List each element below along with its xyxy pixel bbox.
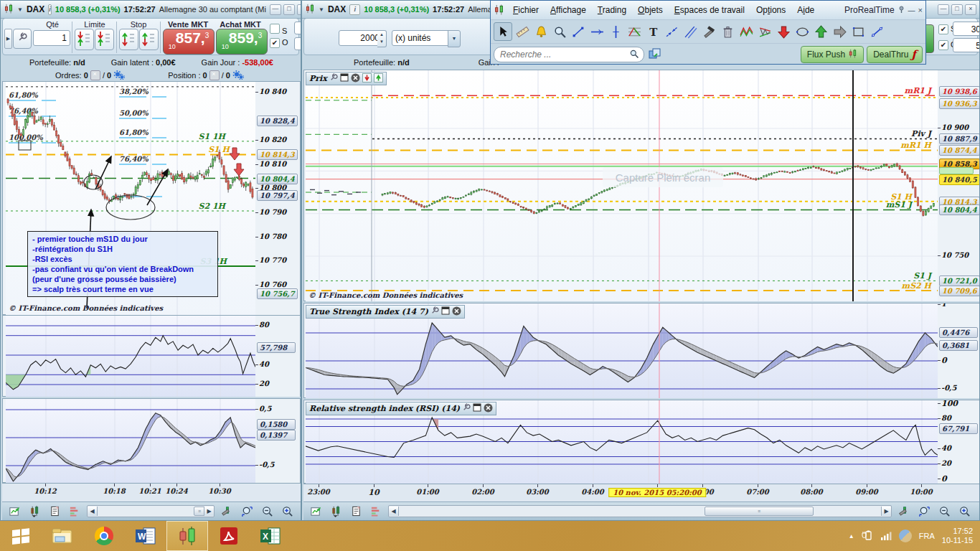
trend-line-icon[interactable] [868,23,885,40]
chart-export-icon[interactable] [6,504,22,519]
chart-settings-icon[interactable] [219,504,235,519]
window-icon[interactable] [441,306,450,317]
maximize-button[interactable]: □ [283,4,295,15]
scroll-thumb[interactable]: ≡ [705,507,814,516]
market-depth-icon[interactable] [368,504,384,519]
close-button[interactable]: × [965,4,976,15]
menu-item-espaces-de-travail[interactable]: Espaces de travail [669,3,750,17]
left-titlebar[interactable]: ▼ DAX i 10 858,3 (+0,31%) 17:52:27 Allem… [1,1,301,19]
arrow-up-green-icon[interactable] [812,23,829,40]
search-icon[interactable] [629,49,639,60]
minimize-button[interactable]: — [270,4,281,15]
ellipse-icon[interactable] [793,23,811,40]
prix-axis[interactable]: 10 90010 75010 938,610 936,310 887,910 8… [938,70,979,301]
onedrive-icon[interactable] [899,529,912,542]
wrench-icon[interactable] [462,403,471,414]
close-icon[interactable] [452,306,461,318]
horizontal-line-icon[interactable] [588,23,606,40]
dealthru-button[interactable]: DealThruƒ [867,46,923,63]
tsi-header[interactable]: True Strength Index (14 7) [306,305,465,319]
period-candle-icon[interactable] [328,504,344,519]
minimize-button[interactable]: — [938,4,949,15]
prix-header[interactable]: Prix [306,72,387,85]
horizontal-scrollbar[interactable]: ◀ ≡ ▶ [388,505,892,517]
power-icon[interactable] [862,530,873,542]
rsi-axis[interactable]: 100804020067,791 [938,400,979,484]
period-candle-icon[interactable] [27,504,42,519]
chevron-down-icon[interactable]: ▼ [319,6,324,13]
close-button[interactable]: × [918,6,923,14]
buy-arrow-icon[interactable] [374,73,383,85]
zoom-in-icon[interactable] [956,504,972,519]
alarm-bell-icon[interactable] [532,23,550,40]
tray-expand-icon[interactable]: ▲ [849,533,854,540]
rectangle-icon[interactable] [849,23,867,40]
menu-item-aide[interactable]: Aide [791,3,820,17]
search-input[interactable] [499,49,629,60]
taskbar-chrome-app[interactable] [83,521,125,551]
zoom-fit-icon[interactable] [239,504,255,519]
zoom-fit-icon[interactable] [916,504,932,519]
unit-select[interactable]: (x) unités [392,30,453,46]
left-rsi-axis[interactable]: 80402057,798 [255,316,300,397]
taskbar-acrobat-app[interactable] [208,521,250,551]
pin-icon[interactable] [897,6,905,15]
taskbar-prorealtime-app[interactable] [166,521,208,551]
scroll-left-icon[interactable]: ◀ [88,507,98,516]
o-value-field[interactable]: 5 [953,38,980,52]
taskbar-excel-app[interactable]: X [250,521,291,551]
arrow-right-gray-icon[interactable] [831,23,848,40]
network-signal-icon[interactable] [880,531,892,542]
maximize-button[interactable]: □ [951,4,963,15]
zoom-out-icon[interactable] [259,504,275,519]
s-value-field-cut[interactable] [294,22,301,34]
wrench-icon[interactable] [329,73,338,84]
language-indicator[interactable]: FRA [919,532,935,540]
rsi-header[interactable]: Relative strength index (RSI) (14) [306,402,496,415]
stop-checkbox[interactable]: S [270,24,287,35]
menu-item-objets[interactable]: Objets [632,3,669,17]
chart-settings-icon[interactable] [896,504,912,519]
info-icon[interactable]: i [48,4,52,15]
zoom-in-icon[interactable] [279,504,295,519]
minimize-button[interactable]: — [908,6,915,14]
position-cancel-icon[interactable]: × [209,70,220,80]
taskbar-explorer-app[interactable] [42,521,83,551]
order-settings-button[interactable] [13,29,32,49]
tsi-axis[interactable]: 10-0,50,44760,3681 [938,303,979,398]
news-page-icon[interactable] [348,504,364,519]
menu-item-affichage[interactable]: Affichage [545,3,592,17]
sell-market-button[interactable]: 10857,3 [163,29,215,55]
sell-stop-button[interactable] [139,29,159,50]
annotation-note[interactable]: - premier touche mS1D du jour-réintégrat… [27,231,218,297]
wrench-icon[interactable] [430,306,439,317]
window-icon[interactable] [473,403,481,414]
zoom-out-icon[interactable] [936,504,952,519]
pattern-icon[interactable] [756,23,773,40]
chart-export-icon[interactable] [308,504,324,519]
menu-item-trading[interactable]: Trading [592,3,632,17]
extended-line-icon[interactable] [663,23,680,40]
cursor-icon[interactable] [494,22,512,41]
horizontal-scrollbar[interactable]: ◀ ≡ ▶ [87,505,215,517]
left-tsi-axis[interactable]: 0,5-0,50,15800,1397 [255,399,300,483]
menu-item-options[interactable]: Options [750,3,791,17]
close-button[interactable]: × [297,4,301,15]
market-depth-icon[interactable] [67,504,83,519]
buy-stop-button[interactable] [119,29,138,50]
orders-gear-icon[interactable] [113,70,125,81]
scroll-right-icon[interactable]: ▶ [881,507,891,516]
taskbar-word-app[interactable]: W [125,521,166,551]
search-box[interactable] [494,47,644,62]
scroll-left-icon[interactable]: ◀ [389,507,399,516]
left-tsi-chart[interactable] [6,399,255,483]
buy-limit-button[interactable] [75,29,94,50]
info-icon[interactable]: i [349,4,360,15]
zigzag-icon[interactable] [738,23,755,40]
flux-push-button[interactable]: Flux Push [801,46,864,63]
ruler-icon[interactable] [514,23,531,40]
arrow-down-red-icon[interactable] [775,23,792,40]
buy-market-button[interactable]: 10859,3 [216,29,268,55]
s-value-field[interactable]: 30 [953,22,980,36]
qty-field[interactable]: 1 [33,30,70,46]
